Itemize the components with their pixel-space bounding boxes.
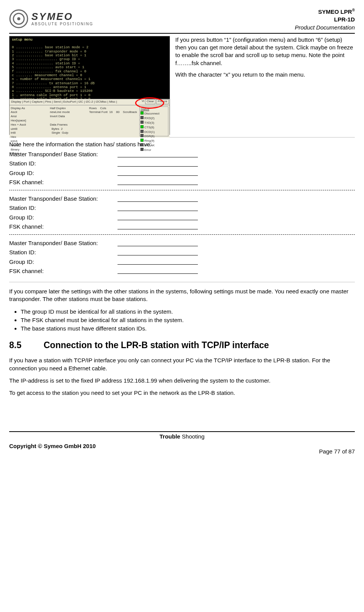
body-p2: The IP-address is set to the fixed IP ad… xyxy=(9,377,355,385)
field-row: FSK channel: xyxy=(9,178,355,186)
logo-block: SYMEO ABSOLUTE POSITIONING xyxy=(9,9,93,28)
figure-caption-text: If you press button “1” (configuration m… xyxy=(175,36,355,135)
logo-icon xyxy=(9,9,28,28)
header-doctype: Product Documentation xyxy=(295,24,355,31)
page-footer: Trouble Shooting Copyright © Symeo GmbH … xyxy=(9,431,355,455)
status-led-row: RXD(2) xyxy=(140,116,167,121)
list-item: The FSK channel must be identical for al… xyxy=(21,316,355,324)
field-row: Group ID: xyxy=(9,169,355,177)
lower-panel: Display As Ascii Ansi Hex[space] Hex + A… xyxy=(10,105,170,137)
figure-text-row: setup menu 0 ............. base station … xyxy=(9,36,355,137)
field-row: FSK channel: xyxy=(9,267,355,275)
options-col: Half Duplex newLine mode Invert Data Dat… xyxy=(50,106,87,136)
dashed-separator xyxy=(9,234,355,235)
bullet-list: The group ID must be identical for all s… xyxy=(9,308,355,333)
field-row: Group ID: xyxy=(9,214,355,221)
field-label-fsk: FSK channel: xyxy=(9,178,118,186)
header-model: LPR-1D xyxy=(295,16,355,23)
field-row: Master Transponder/ Base Station: xyxy=(9,195,355,203)
screenshot-figure: setup menu 0 ............. base station … xyxy=(9,36,170,135)
led-icon xyxy=(140,148,144,151)
status-box: Status DisconnectRXD(2)TXD(3)CTS(8)DCD(1… xyxy=(139,106,168,136)
field-row: Station ID: xyxy=(9,204,355,212)
field-row: Master Transponder/ Base Station: xyxy=(9,151,355,158)
note-intro: Note here the information the station ha… xyxy=(9,141,355,148)
body-p3: To get access to the station you need to… xyxy=(9,389,355,397)
page-number: Page 77 of 87 xyxy=(319,442,355,455)
body-p1: If you have a station with TCP/IP interf… xyxy=(9,357,355,372)
section-number: 8.5 xyxy=(9,339,44,351)
footer-rule xyxy=(9,431,355,432)
clear-button[interactable]: Clear xyxy=(145,99,155,104)
blank-line xyxy=(118,223,198,230)
field-label-station: Station ID: xyxy=(9,249,118,256)
blank-line xyxy=(118,160,198,167)
field-row: Group ID: xyxy=(9,258,355,266)
led-icon xyxy=(140,143,144,146)
status-led-row: DCD(1) xyxy=(140,130,167,134)
field-label-station: Station ID: xyxy=(9,160,118,167)
status-led-row: TXD(3) xyxy=(140,121,167,125)
field-label-group: Group ID: xyxy=(9,258,118,266)
blank-line xyxy=(118,169,198,176)
freeze-button[interactable]: Freeze xyxy=(156,99,169,104)
field-row: Master Transponder/ Base Station: xyxy=(9,239,355,247)
page-header: SYMEO ABSOLUTE POSITIONING SYMEO LPR® LP… xyxy=(9,8,355,34)
field-label-fsk: FSK channel: xyxy=(9,267,118,275)
blank-line xyxy=(118,258,198,265)
header-right: SYMEO LPR® LPR-1D Product Documentation xyxy=(295,8,355,31)
compare-paragraph: If you compare later the settings with t… xyxy=(9,288,355,303)
blank-line xyxy=(118,195,198,202)
blank-line xyxy=(118,204,198,211)
section-heading: 8.5Connection to the LPR-B station with … xyxy=(9,339,355,351)
section-title: Connection to the LPR-B station with TCP… xyxy=(44,340,269,350)
blank-line xyxy=(118,178,198,185)
status-led-row: Error xyxy=(140,148,167,152)
list-item: The group ID must be identical for all s… xyxy=(21,308,355,316)
blank-line xyxy=(118,214,198,221)
tab-strip: Display | Port | Capture | Pins | Send |… xyxy=(10,99,170,105)
led-icon xyxy=(140,130,144,133)
status-led-row: BREAK xyxy=(140,143,167,148)
terminal-pane: setup menu 0 ............. base station … xyxy=(10,36,170,99)
list-item: The base stations must have different st… xyxy=(21,325,355,332)
led-icon xyxy=(140,121,144,124)
field-label-mt: Master Transponder/ Base Station: xyxy=(9,195,118,203)
led-icon xyxy=(140,125,144,128)
newline-char: \n xyxy=(142,99,144,104)
reg-mark: ® xyxy=(352,8,355,12)
blank-line xyxy=(118,249,198,255)
field-row: Station ID: xyxy=(9,249,355,256)
footer-center: Trouble Shooting xyxy=(9,433,355,440)
field-row: FSK channel: xyxy=(9,223,355,231)
logo-tagline: ABSOLUTE POSITIONING xyxy=(31,22,93,26)
field-label-mt: Master Transponder/ Base Station: xyxy=(9,239,118,247)
dashed-separator xyxy=(9,190,355,190)
blank-line xyxy=(118,267,198,274)
field-row: Station ID: xyxy=(9,160,355,167)
rows-cols-col: Rows Cols Terminal Font 16 80 Scrollback xyxy=(89,106,137,136)
caption-p1: If you press button “1” (configuration m… xyxy=(175,36,355,67)
header-product: SYMEO LPR xyxy=(318,8,352,15)
display-as-col: Display As Ascii Ansi Hex[space] Hex + A… xyxy=(11,106,47,136)
led-icon xyxy=(140,116,144,119)
copyright: Copyright © Symeo GmbH 2010 xyxy=(9,442,96,455)
field-label-fsk: FSK channel: xyxy=(9,223,118,231)
status-led-row: CTS(8) xyxy=(140,125,167,130)
caption-p2: With the character “x” you return to the… xyxy=(175,71,355,79)
status-led-row: Disconnect xyxy=(140,111,167,116)
logo-name: SYMEO xyxy=(31,11,93,21)
led-icon xyxy=(140,134,144,137)
blank-line xyxy=(118,239,198,246)
status-led-row: DSR(6) xyxy=(140,134,167,139)
field-label-group: Group ID: xyxy=(9,169,118,177)
svg-point-2 xyxy=(17,17,20,20)
field-label-group: Group ID: xyxy=(9,214,118,221)
field-label-mt: Master Transponder/ Base Station: xyxy=(9,151,118,158)
led-icon xyxy=(140,111,144,115)
section-rule xyxy=(9,282,355,282)
status-led-row: Ring(9) xyxy=(140,139,167,143)
led-icon xyxy=(140,139,144,142)
field-label-station: Station ID: xyxy=(9,204,118,212)
